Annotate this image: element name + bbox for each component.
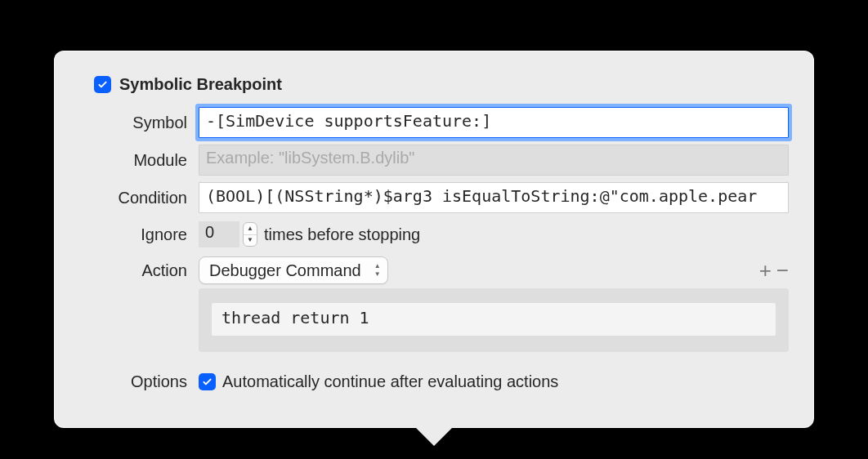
action-row: Action Debugger Command ▲▼ + − xyxy=(79,256,789,285)
condition-row: Condition (BOOL)[(NSString*)$arg3 isEqua… xyxy=(79,182,789,213)
condition-label: Condition xyxy=(79,189,199,207)
action-selected-value: Debugger Command xyxy=(209,261,361,280)
enabled-checkbox[interactable] xyxy=(94,76,111,93)
chevron-updown-icon: ▲▼ xyxy=(374,263,381,278)
ignore-stepper-buttons[interactable]: ▲ ▼ xyxy=(243,222,257,247)
symbol-row: Symbol -[SimDevice supportsFeature:] xyxy=(79,107,789,138)
check-icon xyxy=(202,377,213,387)
breakpoint-popover: Symbolic Breakpoint Symbol -[SimDevice s… xyxy=(54,51,814,428)
module-label: Module xyxy=(79,151,199,170)
ignore-suffix: times before stopping xyxy=(264,225,420,244)
ignore-label: Ignore xyxy=(79,225,199,244)
ignore-value-input[interactable]: 0 xyxy=(199,221,239,247)
remove-action-button[interactable]: − xyxy=(776,260,789,281)
ignore-row: Ignore 0 ▲ ▼ times before stopping xyxy=(79,220,789,249)
stepper-down-icon: ▼ xyxy=(244,235,257,247)
module-input[interactable]: Example: "libSystem.B.dylib" xyxy=(199,145,789,176)
action-label: Action xyxy=(79,261,199,280)
ignore-stepper: 0 ▲ ▼ xyxy=(199,221,257,247)
popover-arrow-icon xyxy=(414,426,454,446)
check-icon xyxy=(97,79,108,90)
module-row: Module Example: "libSystem.B.dylib" xyxy=(79,145,789,176)
debugger-command-input[interactable]: thread return 1 xyxy=(212,303,776,336)
action-add-remove: + − xyxy=(759,260,789,281)
auto-continue-checkbox[interactable] xyxy=(199,373,216,390)
symbol-input[interactable]: -[SimDevice supportsFeature:] xyxy=(199,107,789,138)
header-row: Symbolic Breakpoint xyxy=(94,69,789,99)
options-row: Options Automatically continue after eva… xyxy=(79,367,789,396)
add-action-button[interactable]: + xyxy=(759,260,772,281)
stepper-up-icon: ▲ xyxy=(244,223,257,235)
symbol-label: Symbol xyxy=(79,114,199,132)
auto-continue-label: Automatically continue after evaluating … xyxy=(222,372,558,391)
condition-input[interactable]: (BOOL)[(NSString*)$arg3 isEqualToString:… xyxy=(199,182,789,213)
options-label: Options xyxy=(79,372,199,391)
panel-title: Symbolic Breakpoint xyxy=(119,75,282,94)
action-popup[interactable]: Debugger Command ▲▼ xyxy=(199,256,388,284)
debugger-command-area: thread return 1 xyxy=(199,288,789,352)
